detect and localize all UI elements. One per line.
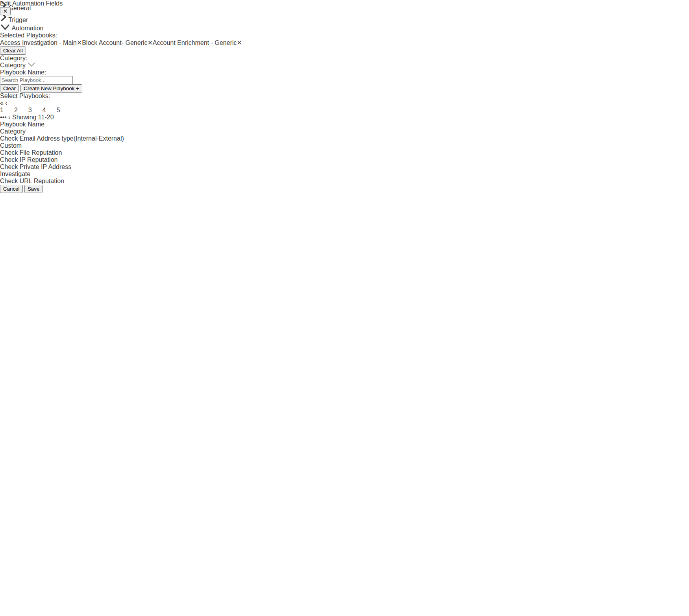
- create-new-playbook-button[interactable]: Create New Playbook +: [20, 84, 82, 93]
- cell-category: Investigate: [0, 171, 689, 178]
- playbook-name-label: Playbook Name:: [0, 69, 689, 76]
- clear-button[interactable]: Clear: [0, 84, 19, 93]
- chevron-down-icon: [27, 62, 36, 69]
- cell-playbook-name: Check File Reputation: [0, 149, 689, 156]
- page-number-4[interactable]: 4: [43, 107, 46, 114]
- automation-section-content: Selected Playbooks: Access Investigation…: [0, 32, 689, 185]
- save-button[interactable]: Save: [24, 185, 43, 193]
- cell-playbook-name: Check IP Reputation: [0, 156, 689, 163]
- clear-all-button[interactable]: Clear All: [0, 46, 26, 55]
- table-row[interactable]: Check Email Address type(Internal-Extern…: [0, 135, 689, 149]
- table-row[interactable]: Check File Reputation: [0, 149, 689, 156]
- page-number-2[interactable]: 2: [14, 107, 18, 114]
- cancel-button[interactable]: Cancel: [0, 185, 23, 193]
- page-number-5[interactable]: 5: [57, 107, 60, 114]
- select-playbooks-label: Select Playbooks:: [0, 93, 689, 100]
- category-label: Category:: [0, 55, 689, 62]
- table-row[interactable]: Check IP Reputation: [0, 156, 689, 163]
- playbooks-table: « ‹ 12345 ••• › Showing 11-20 Playbook N…: [0, 100, 689, 185]
- page-number-1[interactable]: 1: [0, 107, 4, 114]
- showing-range-label: Showing 11-20: [12, 114, 54, 121]
- next-page-button[interactable]: ›: [8, 114, 10, 121]
- cell-playbook-name: Check URL Reputation: [0, 178, 689, 185]
- playbook-name-filter: Playbook Name:: [0, 69, 689, 84]
- table-header-row: Playbook Name Category: [0, 121, 689, 135]
- table-row[interactable]: Check URL Reputation: [0, 178, 689, 185]
- category-select[interactable]: Category: [0, 62, 689, 69]
- prev-page-button[interactable]: ‹: [5, 100, 7, 106]
- page-number-list: 12345: [0, 107, 689, 114]
- column-header-category: Category: [0, 128, 689, 135]
- page-number-3[interactable]: 3: [28, 107, 32, 114]
- modal-footer: Cancel Save: [0, 185, 689, 193]
- page-title: Edit Automation Fields: [0, 0, 689, 7]
- ellipsis-icon: •••: [0, 114, 7, 121]
- pagination: « ‹ 12345 ••• › Showing 11-20: [0, 100, 689, 121]
- category-filter: Category: Category: [0, 55, 689, 69]
- table-body: Check Email Address type(Internal-Extern…: [0, 135, 689, 185]
- search-playbook-input[interactable]: [0, 76, 73, 84]
- cell-playbook-name: Check Email Address type(Internal-Extern…: [0, 135, 689, 142]
- column-header-playbook-name: Playbook Name: [0, 121, 689, 128]
- modal-header: Edit Automation Fields ✕: [0, 0, 689, 42]
- first-page-button[interactable]: «: [0, 100, 4, 106]
- close-icon[interactable]: ✕: [0, 7, 11, 15]
- cell-category: Custom: [0, 142, 689, 149]
- category-select-value: Category: [0, 62, 26, 69]
- playbook-filter-row: Category: Category Playbook Name: Clear …: [0, 55, 689, 93]
- table-row[interactable]: Check Private IP AddressInvestigate: [0, 163, 689, 178]
- cell-playbook-name: Check Private IP Address: [0, 163, 689, 171]
